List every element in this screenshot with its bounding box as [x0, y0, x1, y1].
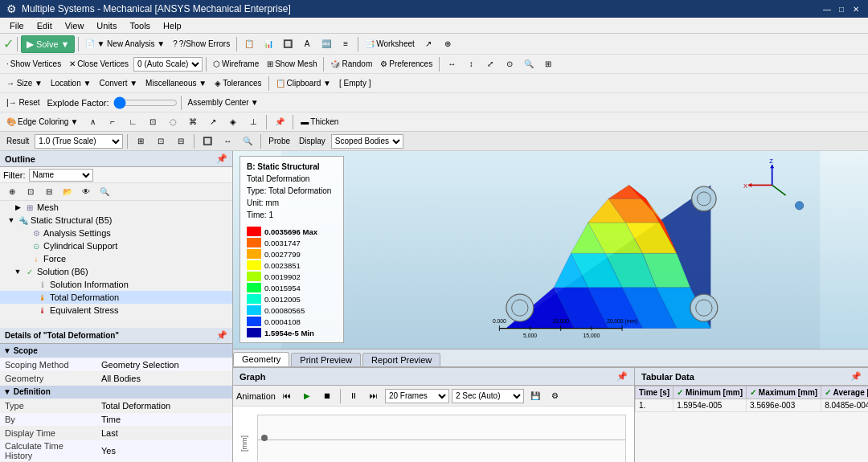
display-icon-2[interactable]: ↕: [462, 55, 480, 73]
tab-report-preview[interactable]: Report Preview: [362, 353, 440, 366]
convert-button[interactable]: Convert ▼: [96, 75, 141, 92]
toolbar-extra-1[interactable]: ↗: [420, 35, 437, 53]
scale-select[interactable]: 1.0 (True Scale): [35, 134, 123, 149]
menu-view[interactable]: View: [59, 18, 91, 34]
display-icon-4[interactable]: ⊙: [501, 55, 518, 73]
expander-static[interactable]: ▼: [6, 216, 16, 224]
tree-btn-3[interactable]: ⊟: [40, 183, 58, 201]
thicken-button[interactable]: ▬ Thicken: [297, 113, 342, 131]
anim-settings[interactable]: ⚙: [547, 387, 564, 405]
preferences-button[interactable]: ⚙ Preferences: [377, 55, 436, 73]
edge-icon-1[interactable]: ∧: [84, 113, 101, 131]
autoscale-select[interactable]: 0 (Auto Scale): [133, 57, 203, 72]
toolbar-icon-4[interactable]: A: [298, 35, 316, 53]
edge-icon-3[interactable]: ∟: [124, 113, 141, 131]
graph-pin-icon[interactable]: 📌: [616, 371, 628, 382]
tree-item-mesh[interactable]: ▶ ⊞ Mesh: [0, 201, 232, 214]
edge-icon-8[interactable]: ◈: [224, 113, 242, 131]
tree-btn-6[interactable]: 🔍: [96, 183, 113, 201]
menu-help[interactable]: Help: [157, 18, 188, 34]
location-button[interactable]: Location ▼: [47, 75, 94, 92]
tree-btn-4[interactable]: 📂: [59, 183, 76, 201]
result-icon-4[interactable]: 🔲: [199, 133, 216, 150]
definition-expander[interactable]: ▼: [3, 387, 11, 396]
show-vertices-button[interactable]: · Show Vertices: [3, 55, 64, 73]
anim-export[interactable]: 💾: [526, 387, 544, 405]
size-button[interactable]: → Size ▼: [3, 75, 46, 92]
tab-print-preview[interactable]: Print Preview: [291, 353, 361, 366]
result-icon-2[interactable]: ⊡: [152, 133, 170, 150]
viewport[interactable]: 0.000 5,000 10,000 15,000 20,000 (mm) X …: [233, 151, 868, 349]
details-pin-icon[interactable]: 📌: [216, 330, 227, 341]
tree-btn-1[interactable]: ⊕: [3, 183, 21, 201]
scoped-bodies-select[interactable]: Scoped Bodies: [331, 134, 403, 149]
menu-units[interactable]: Units: [90, 18, 123, 34]
graph-slider-handle[interactable]: [261, 435, 268, 441]
worksheet-button[interactable]: 📑 Worksheet: [362, 35, 418, 53]
display-icon-6[interactable]: ⊞: [539, 55, 557, 73]
tab-geometry[interactable]: Geometry: [233, 352, 289, 366]
assembly-center-button[interactable]: Assembly Center ▼: [185, 94, 262, 112]
close-vertices-button[interactable]: ✕ Close Vertices: [66, 55, 132, 73]
scope-expander[interactable]: ▼: [3, 346, 11, 355]
solve-button[interactable]: ▶ Solve ▼: [21, 35, 75, 53]
toolbar-icon-6[interactable]: ≡: [337, 35, 354, 53]
toolbar-icon-3[interactable]: 🔲: [279, 35, 297, 53]
filter-select[interactable]: Name: [29, 169, 93, 182]
explode-slider[interactable]: [113, 96, 178, 109]
display-icon-5[interactable]: 🔍: [520, 55, 538, 73]
anim-play-btn[interactable]: ⏮: [278, 387, 296, 405]
tree-item-equivalent-stress[interactable]: 🌡 Equivalent Stress: [0, 304, 232, 317]
edge-coloring-button[interactable]: 🎨 Edge Coloring ▼: [3, 113, 81, 131]
minimize-button[interactable]: —: [821, 3, 833, 14]
new-analysis-button[interactable]: 📄 ▼ New Analysis ▼: [82, 35, 168, 53]
edge-icon-5[interactable]: ◌: [164, 113, 182, 131]
result-icon-3[interactable]: ⊟: [172, 133, 190, 150]
display-icon-1[interactable]: ↔: [443, 55, 461, 73]
edge-icon-4[interactable]: ⊡: [144, 113, 162, 131]
tree-item-static-structural[interactable]: ▼ 🔩 Static Structural (B5): [0, 214, 232, 227]
tree-item-solution-info[interactable]: ℹ Solution Information: [0, 278, 232, 291]
tree-item-total-deformation[interactable]: 🌡 Total Deformation: [0, 291, 232, 304]
wireframe-button[interactable]: ⬡ Wireframe: [210, 55, 262, 73]
frames-select[interactable]: 20 Frames: [385, 389, 449, 403]
outline-pin-icon[interactable]: 📌: [216, 153, 227, 164]
tree-btn-5[interactable]: 👁: [77, 183, 95, 201]
result-icon-6[interactable]: 🔍: [239, 133, 256, 150]
tree-item-force[interactable]: ↓ Force: [0, 252, 232, 265]
result-icon-1[interactable]: ⊞: [132, 133, 149, 150]
maximize-button[interactable]: □: [836, 3, 847, 14]
menu-tools[interactable]: Tools: [123, 18, 157, 34]
clipboard-button[interactable]: 📋 Clipboard ▼: [272, 75, 334, 92]
edge-icon-9[interactable]: ⊥: [244, 113, 262, 131]
expander-solution[interactable]: ▼: [13, 268, 23, 276]
show-mesh-button[interactable]: ⊞ Show Mesh: [264, 55, 320, 73]
probe-button[interactable]: Probe: [265, 133, 293, 150]
toolbar-icon-5[interactable]: 🔤: [317, 35, 335, 53]
speed-select[interactable]: 2 Sec (Auto): [452, 389, 524, 403]
anim-stop-btn[interactable]: ⏹: [318, 387, 336, 405]
anim-frame-fwd[interactable]: ⏭: [365, 387, 383, 405]
anim-play-icon[interactable]: ▶: [298, 387, 316, 405]
miscellaneous-button[interactable]: Miscellaneous ▼: [142, 75, 210, 92]
empty-button[interactable]: [ Empty ]: [336, 75, 374, 92]
toolbar-extra-2[interactable]: ⊕: [439, 35, 457, 53]
display-button[interactable]: Display: [296, 133, 329, 150]
edge-icon-7[interactable]: ↗: [204, 113, 222, 131]
random-button[interactable]: 🎲 Random: [327, 55, 375, 73]
anim-frame-back[interactable]: ⏸: [345, 387, 362, 405]
expander-mesh[interactable]: ▶: [13, 203, 23, 211]
reset-button[interactable]: |→ Reset: [3, 94, 43, 112]
tree-item-cylindrical[interactable]: ⊙ Cylindrical Support: [0, 239, 232, 252]
toolbar-icon-2[interactable]: 📊: [260, 35, 277, 53]
toolbar-icon-1[interactable]: 📋: [240, 35, 258, 53]
show-errors-button[interactable]: ? ?/Show Errors: [170, 35, 233, 53]
display-icon-3[interactable]: ⤢: [481, 55, 499, 73]
pin-button[interactable]: 📌: [271, 113, 289, 131]
tree-item-solution[interactable]: ▼ ✓ Solution (B6): [0, 265, 232, 278]
close-button[interactable]: ✕: [850, 3, 862, 14]
edge-icon-2[interactable]: ⌐: [104, 113, 121, 131]
result-icon-5[interactable]: ↔: [219, 133, 236, 150]
tree-item-analysis-settings[interactable]: ⚙ Analysis Settings: [0, 227, 232, 239]
tabular-pin-icon[interactable]: 📌: [850, 371, 862, 382]
